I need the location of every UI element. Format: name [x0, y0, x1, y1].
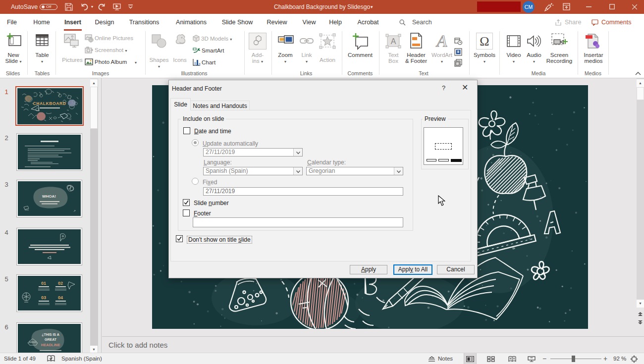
svg-text:Ω: Ω: [480, 34, 489, 49]
svg-text:02: 02: [58, 281, 63, 286]
svg-text:WHOA!: WHOA!: [42, 194, 56, 199]
svg-text:¿THIS IS A: ¿THIS IS A: [42, 333, 59, 336]
svg-text:A: A: [391, 37, 396, 46]
svg-text:CHALKBOARD: CHALKBOARD: [33, 101, 66, 106]
svg-text:04: 04: [58, 295, 63, 300]
svg-text:01: 01: [41, 281, 46, 286]
svg-text:A: A: [436, 33, 447, 50]
svg-text:03: 03: [41, 295, 46, 300]
svg-text:GREAT: GREAT: [45, 338, 57, 341]
svg-text:↗: ↗: [73, 209, 76, 212]
svg-text:HEADLINE: HEADLINE: [41, 343, 60, 347]
